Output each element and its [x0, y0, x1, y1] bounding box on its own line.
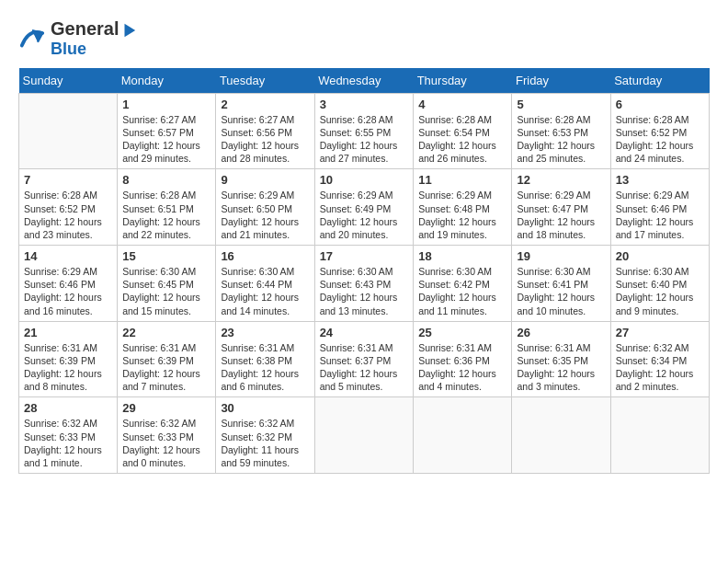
- day-number: 23: [221, 326, 309, 339]
- day-info: Sunrise: 6:29 AM Sunset: 6:50 PM Dayligh…: [221, 189, 309, 241]
- day-info: Sunrise: 6:30 AM Sunset: 6:44 PM Dayligh…: [221, 265, 309, 317]
- day-number: 19: [517, 249, 605, 263]
- calendar-cell: 15Sunrise: 6:30 AM Sunset: 6:45 PM Dayli…: [118, 246, 216, 322]
- day-info: Sunrise: 6:31 AM Sunset: 6:38 PM Dayligh…: [221, 341, 309, 394]
- day-info: Sunrise: 6:30 AM Sunset: 6:42 PM Dayligh…: [418, 265, 506, 317]
- day-number: 8: [122, 173, 210, 187]
- day-number: 10: [320, 173, 409, 187]
- calendar-cell: 5Sunrise: 6:28 AM Sunset: 6:53 PM Daylig…: [512, 93, 610, 169]
- calendar-cell: 16Sunrise: 6:30 AM Sunset: 6:44 PM Dayli…: [216, 246, 314, 322]
- day-info: Sunrise: 6:30 AM Sunset: 6:40 PM Dayligh…: [616, 265, 704, 317]
- week-row-3: 14Sunrise: 6:29 AM Sunset: 6:46 PM Dayli…: [19, 246, 710, 322]
- calendar-cell: 24Sunrise: 6:31 AM Sunset: 6:37 PM Dayli…: [314, 321, 414, 397]
- calendar-cell: 11Sunrise: 6:29 AM Sunset: 6:48 PM Dayli…: [414, 169, 512, 246]
- day-number: 3: [320, 98, 409, 111]
- day-header-sunday: Sunday: [19, 68, 118, 94]
- week-row-5: 28Sunrise: 6:32 AM Sunset: 6:33 PM Dayli…: [19, 397, 710, 474]
- calendar-cell: 19Sunrise: 6:30 AM Sunset: 6:41 PM Dayli…: [512, 246, 610, 322]
- calendar-cell: 1Sunrise: 6:27 AM Sunset: 6:57 PM Daylig…: [118, 93, 216, 169]
- day-number: 4: [418, 98, 506, 111]
- calendar-cell: 6Sunrise: 6:28 AM Sunset: 6:52 PM Daylig…: [610, 93, 709, 169]
- calendar-cell: 27Sunrise: 6:32 AM Sunset: 6:34 PM Dayli…: [610, 321, 709, 397]
- day-info: Sunrise: 6:31 AM Sunset: 6:39 PM Dayligh…: [24, 341, 112, 394]
- week-row-1: 1Sunrise: 6:27 AM Sunset: 6:57 PM Daylig…: [19, 93, 710, 169]
- day-number: 15: [122, 249, 210, 263]
- day-info: Sunrise: 6:32 AM Sunset: 6:34 PM Dayligh…: [616, 341, 704, 394]
- day-info: Sunrise: 6:32 AM Sunset: 6:33 PM Dayligh…: [24, 417, 112, 469]
- calendar-cell: 2Sunrise: 6:27 AM Sunset: 6:56 PM Daylig…: [216, 93, 314, 169]
- calendar-cell: [512, 397, 610, 474]
- day-info: Sunrise: 6:28 AM Sunset: 6:52 PM Dayligh…: [24, 189, 112, 241]
- day-info: Sunrise: 6:27 AM Sunset: 6:57 PM Dayligh…: [122, 113, 210, 166]
- page-header: General Blue: [18, 18, 710, 59]
- calendar-cell: 26Sunrise: 6:31 AM Sunset: 6:35 PM Dayli…: [512, 321, 610, 397]
- day-number: 11: [418, 173, 506, 187]
- day-info: Sunrise: 6:28 AM Sunset: 6:51 PM Dayligh…: [122, 189, 210, 241]
- day-info: Sunrise: 6:28 AM Sunset: 6:53 PM Dayligh…: [517, 113, 605, 166]
- calendar-cell: [414, 397, 512, 474]
- day-number: 18: [418, 249, 506, 263]
- svg-rect-0: [18, 25, 46, 52]
- calendar-cell: 22Sunrise: 6:31 AM Sunset: 6:39 PM Dayli…: [118, 321, 216, 397]
- calendar-cell: 8Sunrise: 6:28 AM Sunset: 6:51 PM Daylig…: [118, 169, 216, 246]
- calendar-cell: 10Sunrise: 6:29 AM Sunset: 6:49 PM Dayli…: [314, 169, 414, 246]
- day-number: 13: [616, 173, 704, 187]
- day-number: 2: [221, 98, 309, 111]
- day-number: 28: [24, 401, 112, 415]
- day-header-saturday: Saturday: [610, 68, 709, 94]
- day-info: Sunrise: 6:28 AM Sunset: 6:55 PM Dayligh…: [320, 113, 409, 166]
- calendar-cell: 17Sunrise: 6:30 AM Sunset: 6:43 PM Dayli…: [314, 246, 414, 322]
- calendar-cell: [314, 397, 414, 474]
- calendar-cell: [610, 397, 709, 474]
- logo-text: Blue: [51, 40, 137, 59]
- day-info: Sunrise: 6:30 AM Sunset: 6:45 PM Dayligh…: [122, 265, 210, 317]
- day-info: Sunrise: 6:27 AM Sunset: 6:56 PM Dayligh…: [221, 113, 309, 166]
- day-number: 29: [122, 401, 210, 415]
- calendar-cell: 13Sunrise: 6:29 AM Sunset: 6:46 PM Dayli…: [610, 169, 709, 246]
- calendar-cell: 7Sunrise: 6:28 AM Sunset: 6:52 PM Daylig…: [19, 169, 118, 246]
- day-number: 14: [24, 249, 112, 263]
- day-info: Sunrise: 6:32 AM Sunset: 6:32 PM Dayligh…: [221, 417, 309, 469]
- calendar-cell: 23Sunrise: 6:31 AM Sunset: 6:38 PM Dayli…: [216, 321, 314, 397]
- day-header-thursday: Thursday: [414, 68, 512, 94]
- day-header-monday: Monday: [118, 68, 216, 94]
- calendar-cell: 4Sunrise: 6:28 AM Sunset: 6:54 PM Daylig…: [414, 93, 512, 169]
- day-number: 9: [221, 173, 309, 187]
- day-info: Sunrise: 6:30 AM Sunset: 6:43 PM Dayligh…: [320, 265, 409, 317]
- day-number: 17: [320, 249, 409, 263]
- day-info: Sunrise: 6:29 AM Sunset: 6:46 PM Dayligh…: [24, 265, 112, 317]
- calendar-cell: 29Sunrise: 6:32 AM Sunset: 6:33 PM Dayli…: [118, 397, 216, 474]
- day-number: 21: [24, 326, 112, 339]
- day-info: Sunrise: 6:28 AM Sunset: 6:54 PM Dayligh…: [418, 113, 506, 166]
- day-number: 20: [616, 249, 704, 263]
- calendar-cell: 14Sunrise: 6:29 AM Sunset: 6:46 PM Dayli…: [19, 246, 118, 322]
- calendar-cell: 30Sunrise: 6:32 AM Sunset: 6:32 PM Dayli…: [216, 397, 314, 474]
- day-info: Sunrise: 6:31 AM Sunset: 6:37 PM Dayligh…: [320, 341, 409, 394]
- day-number: 25: [418, 326, 506, 339]
- calendar-cell: 20Sunrise: 6:30 AM Sunset: 6:40 PM Dayli…: [610, 246, 709, 322]
- day-info: Sunrise: 6:32 AM Sunset: 6:33 PM Dayligh…: [122, 417, 210, 469]
- logo-icon: [18, 25, 46, 52]
- calendar-cell: 25Sunrise: 6:31 AM Sunset: 6:36 PM Dayli…: [414, 321, 512, 397]
- day-number: 5: [517, 98, 605, 111]
- day-header-wednesday: Wednesday: [314, 68, 414, 94]
- day-info: Sunrise: 6:28 AM Sunset: 6:52 PM Dayligh…: [616, 113, 704, 166]
- day-header-friday: Friday: [512, 68, 610, 94]
- day-number: 1: [122, 98, 210, 111]
- calendar-cell: 9Sunrise: 6:29 AM Sunset: 6:50 PM Daylig…: [216, 169, 314, 246]
- calendar-table: SundayMondayTuesdayWednesdayThursdayFrid…: [18, 68, 710, 474]
- calendar-cell: 28Sunrise: 6:32 AM Sunset: 6:33 PM Dayli…: [19, 397, 118, 474]
- calendar-cell: 18Sunrise: 6:30 AM Sunset: 6:42 PM Dayli…: [414, 246, 512, 322]
- day-info: Sunrise: 6:29 AM Sunset: 6:46 PM Dayligh…: [616, 189, 704, 241]
- day-number: 22: [122, 326, 210, 339]
- day-info: Sunrise: 6:29 AM Sunset: 6:48 PM Dayligh…: [418, 189, 506, 241]
- day-number: 7: [24, 173, 112, 187]
- day-header-tuesday: Tuesday: [216, 68, 314, 94]
- days-header-row: SundayMondayTuesdayWednesdayThursdayFrid…: [19, 68, 710, 94]
- week-row-4: 21Sunrise: 6:31 AM Sunset: 6:39 PM Dayli…: [19, 321, 710, 397]
- day-info: Sunrise: 6:30 AM Sunset: 6:41 PM Dayligh…: [517, 265, 605, 317]
- svg-marker-2: [125, 24, 136, 37]
- day-info: Sunrise: 6:31 AM Sunset: 6:35 PM Dayligh…: [517, 341, 605, 394]
- day-number: 12: [517, 173, 605, 187]
- day-number: 6: [616, 98, 704, 111]
